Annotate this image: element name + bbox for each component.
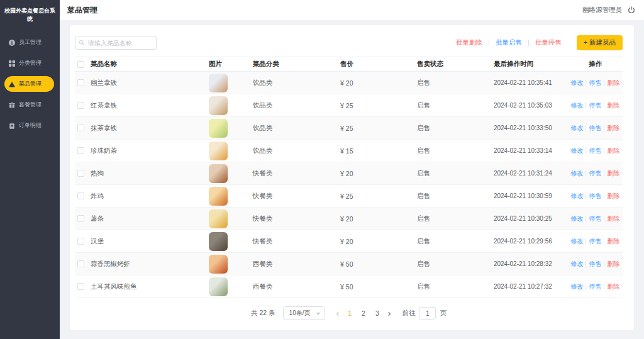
page-size-select[interactable]: 10条/页 [283,306,325,320]
dish-last-op-time: 2024-02-21 10:33:14 [491,140,568,162]
delete-link[interactable]: 删除 [607,283,619,290]
edit-link[interactable]: 修改 [570,192,583,199]
search-icon [79,40,85,46]
sidebar-item-staff[interactable]: 员工管理 [4,35,54,50]
dish-thumbnail[interactable] [209,232,228,251]
search-box [75,36,157,50]
row-checkbox[interactable] [77,260,84,267]
divider [586,216,586,221]
dish-thumbnail[interactable] [209,142,228,160]
divider [604,238,604,244]
column-header-price: 售价 [338,57,414,72]
batch-enable-button[interactable]: 批量启售 [489,38,528,47]
dish-name: 热狗 [91,169,104,177]
dish-thumbnail[interactable] [209,209,228,228]
dish-price: ¥ 50 [338,253,414,275]
page-number[interactable]: 2 [357,309,370,317]
delete-link[interactable]: 删除 [607,260,619,267]
edit-link[interactable]: 修改 [570,147,583,154]
stop-sale-link[interactable]: 停售 [589,170,601,177]
dish-name: 土耳其风味煎鱼 [91,282,137,290]
row-checkbox[interactable] [77,238,84,245]
row-checkbox[interactable] [77,102,84,109]
next-page-button[interactable]: › [384,309,395,318]
dish-thumbnail[interactable] [209,96,228,115]
stop-sale-link[interactable]: 停售 [589,260,601,267]
row-checkbox[interactable] [77,170,84,177]
divider [586,170,586,176]
dish-thumbnail[interactable] [209,119,228,138]
delete-link[interactable]: 删除 [607,125,619,131]
stop-sale-link[interactable]: 停售 [589,192,601,199]
username[interactable]: 幽络源管理员 [582,6,622,14]
delete-link[interactable]: 删除 [607,79,619,86]
edit-link[interactable]: 修改 [570,79,583,86]
power-icon[interactable] [628,6,635,14]
stop-sale-link[interactable]: 停售 [589,125,601,131]
dish-price: ¥ 50 [338,275,414,298]
edit-link[interactable]: 修改 [570,170,583,177]
toolbar-actions: 批量删除 批量启售 批量停售 + 新建菜品 [450,35,623,50]
delete-link[interactable]: 删除 [607,170,619,177]
dish-name: 幽兰拿铁 [91,79,117,86]
delete-link[interactable]: 删除 [607,102,619,109]
stop-sale-link[interactable]: 停售 [589,238,601,245]
divider [604,80,604,86]
dish-thumbnail[interactable] [209,277,228,296]
edit-link[interactable]: 修改 [570,283,583,290]
page-number[interactable]: 3 [370,309,384,317]
dish-status: 启售 [414,253,491,275]
delete-link[interactable]: 删除 [607,238,619,245]
column-header-time: 最后操作时间 [491,57,568,72]
dish-thumbnail[interactable] [209,187,228,206]
select-all-checkbox[interactable] [77,61,84,68]
stop-sale-link[interactable]: 停售 [589,215,601,222]
divider [586,103,586,108]
dish-category: 西餐类 [250,275,338,298]
edit-link[interactable]: 修改 [570,238,583,245]
dish-name: 抹茶拿铁 [91,124,117,131]
dish-price: ¥ 25 [338,94,414,117]
dish-thumbnail[interactable] [209,74,228,92]
divider [604,103,604,108]
new-dish-button[interactable]: + 新建菜品 [577,35,623,50]
divider [586,148,586,153]
stop-sale-link[interactable]: 停售 [589,79,601,86]
batch-disable-button[interactable]: 批量停售 [529,38,568,47]
row-checkbox[interactable] [77,283,84,290]
stop-sale-link[interactable]: 停售 [589,102,601,109]
goto-page-input[interactable] [419,307,436,320]
delete-link[interactable]: 删除 [607,147,619,154]
dish-category: 西餐类 [250,253,338,275]
row-checkbox[interactable] [77,125,84,131]
gift-icon [9,102,15,108]
goto-label: 前往 [402,309,415,318]
row-checkbox[interactable] [77,79,84,86]
row-checkbox[interactable] [77,215,84,222]
page-number[interactable]: 1 [343,309,357,317]
sidebar-item-category[interactable]: 分类管理 [4,55,54,71]
sidebar-item-combo[interactable]: 套餐管理 [4,97,54,113]
dish-thumbnail[interactable] [209,164,228,183]
divider [586,261,586,267]
dish-last-op-time: 2024-02-21 10:33:50 [491,117,568,140]
dish-last-op-time: 2024-02-21 10:31:24 [491,162,568,185]
batch-delete-button[interactable]: 批量删除 [450,38,489,47]
dish-last-op-time: 2024-02-21 10:30:59 [491,185,568,208]
delete-link[interactable]: 删除 [607,215,619,222]
sidebar-item-orders[interactable]: 订单明细 [4,118,54,133]
sidebar-item-dish[interactable]: 菜品管理 [4,76,54,92]
edit-link[interactable]: 修改 [570,102,583,109]
prev-page-button[interactable]: ‹ [333,309,343,318]
edit-link[interactable]: 修改 [570,215,583,222]
stop-sale-link[interactable]: 停售 [589,147,601,154]
row-checkbox[interactable] [77,192,84,199]
edit-link[interactable]: 修改 [570,260,583,267]
delete-link[interactable]: 删除 [607,192,619,199]
stop-sale-link[interactable]: 停售 [589,283,601,290]
dish-thumbnail[interactable] [209,255,228,274]
search-input[interactable] [75,36,157,50]
row-checkbox[interactable] [77,147,84,154]
divider [586,125,586,131]
edit-link[interactable]: 修改 [570,125,583,131]
